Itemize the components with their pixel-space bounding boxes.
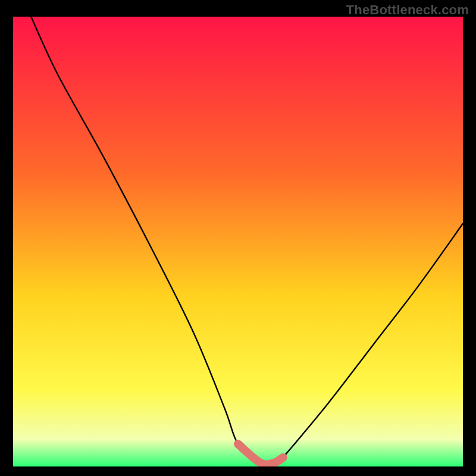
chart-frame: TheBottleneck.com xyxy=(0,0,476,476)
watermark-text: TheBottleneck.com xyxy=(346,2,469,18)
bottleneck-chart xyxy=(13,17,463,466)
plot-area xyxy=(13,17,463,466)
gradient-background xyxy=(13,17,463,466)
